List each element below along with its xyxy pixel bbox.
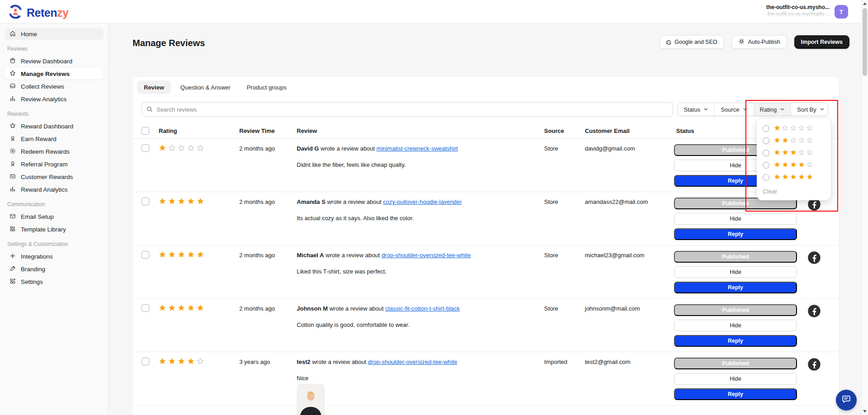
star-filled-icon [187,251,194,260]
col-rating: Rating [159,127,177,134]
import-reviews-button[interactable]: Import Reviews [794,35,849,49]
sidebar-section-label: Rewards [7,111,101,117]
facebook-icon[interactable] [807,358,821,371]
filter-source[interactable]: Source [714,103,753,116]
brand-logo[interactable]: Retenzy [7,4,68,22]
sidebar-item-reward-dashboard[interactable]: Reward Dashboard [5,120,104,132]
product-link[interactable]: drop-shoulder-oversized-tee-white [368,358,457,365]
scrollbar-thumb[interactable] [863,8,867,76]
row-checkbox[interactable] [142,358,149,365]
rating-option-1-star[interactable] [757,123,831,135]
review-body: Its actual cozy as it says. Also liked t… [297,215,414,222]
rating-option-5-star[interactable] [757,171,831,184]
sidebar-item-review-dashboard[interactable]: Review Dashboard [5,55,104,67]
sidebar-section-label: Settings & Customization [7,241,101,247]
star-empty-icon [790,125,797,133]
review-photo[interactable] [297,384,325,415]
star-empty-icon [806,149,813,157]
star-rating [774,125,813,133]
published-button[interactable]: Published [674,304,797,316]
star-empty-icon [187,144,194,153]
star-filled-icon [159,358,166,367]
sidebar-item-manage-reviews[interactable]: Manage Reviews [5,68,104,80]
rating-option-2-star[interactable] [757,135,831,147]
star-rating [159,144,204,153]
star-empty-icon [806,125,813,133]
percent-icon [9,147,16,156]
avatar[interactable]: T [835,5,848,19]
review-source: Store [544,252,558,259]
sidebar-item-collect-reviews[interactable]: Collect Reviews [5,80,104,92]
facebook-icon[interactable] [807,251,821,264]
product-link[interactable]: drop-shoulder-oversized-tee-white [381,252,470,259]
rating-option-3-star[interactable] [757,147,831,159]
hide-button[interactable]: Hide [674,373,797,385]
hide-button[interactable]: Hide [674,320,797,331]
filter-sort-by[interactable]: Sort By [791,103,828,116]
published-button[interactable]: Published [674,358,797,369]
sidebar-item-settings[interactable]: Settings [5,276,104,288]
brush-icon [9,265,16,274]
review-author: Amanda S [297,198,326,205]
star-filled-icon [187,358,194,367]
store-switcher[interactable]: the-outfit-co-us.mysho... the-outfit-co-… [766,4,830,17]
tab-product-groups[interactable]: Product groups [240,80,293,94]
row-checkbox[interactable] [142,144,149,152]
star-filled-icon [178,358,185,367]
tab-question-answer[interactable]: Question & Answer [174,80,237,94]
published-button[interactable]: Published [674,251,797,263]
dashboard-icon [9,57,16,66]
chat-icon [841,394,851,406]
rating-option-4-star[interactable] [757,159,831,171]
review-title: Amanda S wrote a review about cozy-pullo… [297,198,462,205]
search-input[interactable] [142,102,673,117]
select-all-checkbox[interactable] [142,127,149,135]
product-link[interactable]: cozy-pullover-hoodie-lavender [383,198,462,205]
sidebar-item-earn-reward[interactable]: Earn Reward [5,133,104,145]
star-filled-icon [187,198,194,207]
product-link[interactable]: classic-fit-cotton-t-shirt-black [385,305,460,312]
sidebar-item-reward-analytics[interactable]: Reward Analytics [5,184,104,195]
reply-button[interactable]: Reply [674,388,797,400]
sidebar-item-home[interactable]: Home [5,28,104,40]
sidebar-item-referral-program[interactable]: Referral Program [5,158,104,170]
auto-publish-button[interactable]: Auto-Publish [731,35,787,49]
retenzy-logo-icon [7,4,24,22]
star-rating [774,137,813,145]
filter-status[interactable]: Status [678,103,715,116]
sidebar-item-branding[interactable]: Branding [5,263,104,275]
product-link[interactable]: minimalist-crewneck-sweatshirt [376,145,458,152]
reply-button[interactable]: Reply [674,228,797,240]
chat-widget-button[interactable] [836,390,857,410]
row-checkbox[interactable] [142,251,149,259]
envelope-icon [9,212,16,221]
star-filled-icon [782,161,788,170]
facebook-icon[interactable] [807,304,821,318]
sidebar-item-template-library[interactable]: Template Library [5,223,104,235]
scrollbar[interactable] [861,0,868,415]
hide-button[interactable]: Hide [674,213,797,225]
scrollbar-down-arrow[interactable] [863,410,867,413]
rating-options [757,123,831,184]
filter-rating[interactable]: Rating [754,103,791,116]
row-checkbox[interactable] [142,304,149,312]
sidebar-item-review-analytics[interactable]: Review Analytics [5,93,104,105]
store-domain: the-outfit-co-us.myshopify.... [766,11,830,17]
reply-button[interactable]: Reply [674,335,797,347]
star-rating [159,251,204,260]
sidebar-item-customer-rewards[interactable]: Customer Rewards [5,171,104,183]
scrollbar-up-arrow[interactable] [863,2,867,5]
row-checkbox[interactable] [142,198,149,205]
sidebar-item-integrations[interactable]: Integrations [5,250,104,262]
reviews-card: Review Question & Answer Product groups … [133,77,839,415]
sidebar-item-redeem-rewards[interactable]: Redeem Rewards [5,146,104,157]
tab-review[interactable]: Review [137,80,171,94]
hide-button[interactable]: Hide [674,266,797,278]
reply-button[interactable]: Reply [674,282,797,293]
review-title: test2 wrote a review about drop-shoulder… [297,358,457,365]
sidebar-item-email-setup[interactable]: Email Setup [5,211,104,222]
col-status: Status [676,127,694,134]
google-and-seo-button[interactable]: G Google and SEO [659,35,724,49]
plus-icon [9,252,16,261]
rating-clear-button[interactable]: Clear [763,188,825,195]
